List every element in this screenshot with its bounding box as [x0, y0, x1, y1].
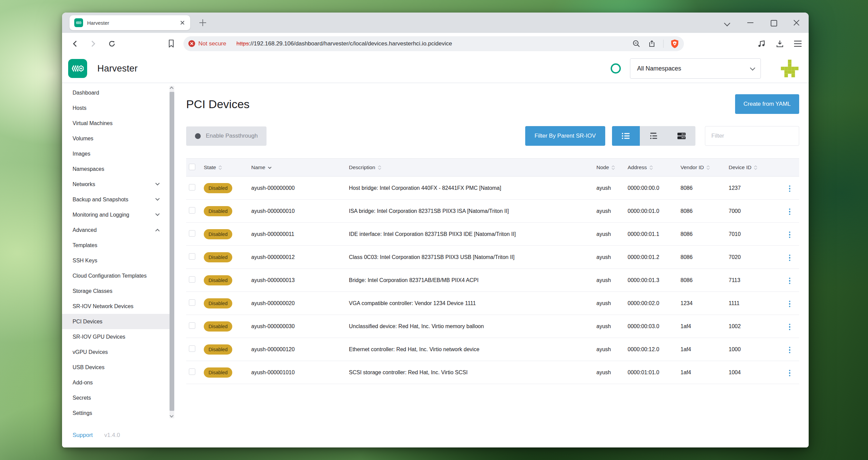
row-actions-kebab-icon[interactable]	[787, 322, 793, 333]
scroll-up-icon[interactable]	[170, 86, 173, 90]
chevron-down-icon	[155, 212, 160, 216]
column-header-address[interactable]: Address	[625, 159, 678, 177]
scroll-down-icon[interactable]	[170, 414, 173, 417]
create-from-yaml-button[interactable]: Create from YAML	[735, 94, 799, 114]
row-checkbox[interactable]	[189, 253, 195, 260]
cell-node: ayush	[594, 177, 625, 200]
sidebar-item-hosts[interactable]: Hosts	[62, 100, 175, 116]
column-header-device-id[interactable]: Device ID	[726, 159, 780, 177]
sidebar-item-monitoring-and-logging[interactable]: Monitoring and Logging	[62, 207, 175, 222]
sidebar-item-dashboard[interactable]: Dashboard	[62, 85, 175, 100]
card-view-button[interactable]	[668, 126, 695, 146]
bookmark-icon[interactable]	[167, 39, 175, 48]
sidebar-item-usb-devices[interactable]: USB Devices	[62, 360, 175, 375]
sort-icon[interactable]	[218, 165, 222, 170]
sidebar-item-volumes[interactable]: Volumes	[62, 131, 175, 146]
cell-description: ISA bridge: Intel Corporation 82371SB PI…	[346, 200, 594, 223]
sidebar-item-storage-classes[interactable]: Storage Classes	[62, 283, 175, 299]
enable-passthrough-button[interactable]: Enable Passthrough	[186, 126, 267, 146]
row-actions-kebab-icon[interactable]	[787, 253, 793, 263]
not-secure-x-circle-icon	[188, 40, 195, 47]
column-header-node[interactable]: Node	[594, 159, 625, 177]
zoom-out-icon[interactable]	[632, 39, 641, 48]
not-secure-chip[interactable]: Not secure	[188, 40, 226, 47]
sidebar-item-vgpu-devices[interactable]: vGPU Devices	[62, 344, 175, 360]
row-checkbox[interactable]	[189, 299, 195, 306]
divider	[663, 40, 664, 48]
sort-icon[interactable]	[378, 165, 381, 170]
forward-icon[interactable]	[88, 39, 97, 48]
sidebar-item-ssh-keys[interactable]: SSH Keys	[62, 253, 175, 268]
harvester-logo-icon[interactable]	[68, 59, 87, 78]
window-minimize-button[interactable]	[747, 19, 754, 26]
sidebar-item-backup-and-snapshots[interactable]: Backup and Snapshots	[62, 192, 175, 207]
sidebar-item-label: Storage Classes	[73, 288, 159, 294]
row-checkbox[interactable]	[189, 345, 195, 352]
column-header-name[interactable]: Name	[249, 159, 346, 177]
list-view-button[interactable]	[612, 126, 640, 146]
filter-by-parent-sriov-button[interactable]: Filter By Parent SR-IOV	[525, 126, 605, 146]
row-checkbox[interactable]	[189, 322, 195, 329]
namespace-selector[interactable]: All Namespaces	[630, 58, 761, 79]
share-icon[interactable]	[648, 39, 656, 48]
reload-icon[interactable]	[107, 39, 116, 48]
user-avatar[interactable]	[781, 60, 798, 77]
url-bar[interactable]: Not secure https://192.168.29.106/dashbo…	[183, 36, 684, 51]
row-actions-kebab-icon[interactable]	[787, 206, 793, 217]
actions-column-header	[780, 159, 799, 177]
sidebar-item-settings[interactable]: Settings	[62, 405, 175, 421]
row-checkbox[interactable]	[189, 207, 195, 214]
window-close-button[interactable]	[793, 19, 800, 26]
row-actions-kebab-icon[interactable]	[787, 345, 793, 356]
row-actions-kebab-icon[interactable]	[787, 276, 793, 286]
filter-input[interactable]	[705, 126, 799, 146]
row-checkbox[interactable]	[189, 230, 195, 237]
new-tab-button[interactable]	[198, 18, 207, 27]
sidebar-item-sr-iov-gpu-devices[interactable]: SR-IOV GPU Devices	[62, 329, 175, 344]
sidebar-item-sr-iov-network-devices[interactable]: SR-IOV Network Devices	[62, 299, 175, 314]
tab-search-chevron-icon[interactable]	[724, 19, 731, 26]
sort-desc-icon[interactable]	[268, 164, 272, 171]
column-header-state[interactable]: State	[201, 159, 249, 177]
sidebar-item-templates[interactable]: Templates	[62, 238, 175, 253]
row-actions-kebab-icon[interactable]	[787, 183, 793, 194]
select-all-checkbox[interactable]	[189, 164, 195, 170]
sidebar-item-networks[interactable]: Networks	[62, 177, 175, 192]
cell-device-id: 7113	[726, 269, 780, 292]
cell-name: ayush-000000030	[249, 315, 346, 338]
sidebar-item-secrets[interactable]: Secrets	[62, 390, 175, 405]
back-icon[interactable]	[71, 39, 80, 48]
sidebar-scrollbar[interactable]	[170, 86, 174, 418]
browser-menu-icon[interactable]	[794, 40, 802, 47]
sidebar-item-add-ons[interactable]: Add-ons	[62, 375, 175, 390]
column-header-vendor-id[interactable]: Vendor ID	[678, 159, 726, 177]
cell-address: 0000:00:00.0	[625, 177, 678, 200]
brave-shield-icon[interactable]	[670, 39, 679, 48]
row-checkbox[interactable]	[189, 184, 195, 191]
window-maximize-button[interactable]	[770, 19, 777, 26]
row-actions-kebab-icon[interactable]	[787, 299, 793, 309]
browser-tab-harvester[interactable]: Harvester	[70, 15, 190, 30]
row-checkbox[interactable]	[189, 368, 195, 375]
sidebar-item-cloud-configuration-templates[interactable]: Cloud Configuration Templates	[62, 268, 175, 283]
scrollbar-thumb[interactable]	[170, 92, 174, 411]
sort-icon[interactable]	[611, 165, 615, 170]
sidebar-item-virtual-machines[interactable]: Virtual Machines	[62, 116, 175, 131]
sidebar-item-images[interactable]: Images	[62, 146, 175, 161]
sidebar-item-pci-devices[interactable]: PCI Devices	[62, 314, 170, 329]
browser-window: Harvester	[62, 13, 809, 447]
sort-icon[interactable]	[706, 165, 710, 170]
column-header-description[interactable]: Description	[346, 159, 594, 177]
tab-close-icon[interactable]	[179, 20, 185, 26]
sort-icon[interactable]	[754, 165, 757, 170]
sidebar-item-advanced[interactable]: Advanced	[62, 222, 175, 238]
support-link[interactable]: Support	[73, 432, 93, 439]
media-control-icon[interactable]	[757, 39, 766, 48]
sidebar-item-namespaces[interactable]: Namespaces	[62, 161, 175, 177]
row-actions-kebab-icon[interactable]	[787, 368, 793, 379]
tree-view-button[interactable]	[640, 126, 668, 146]
row-actions-kebab-icon[interactable]	[787, 229, 793, 240]
sort-icon[interactable]	[649, 165, 653, 170]
row-checkbox[interactable]	[189, 276, 195, 283]
downloads-icon[interactable]	[775, 39, 784, 48]
